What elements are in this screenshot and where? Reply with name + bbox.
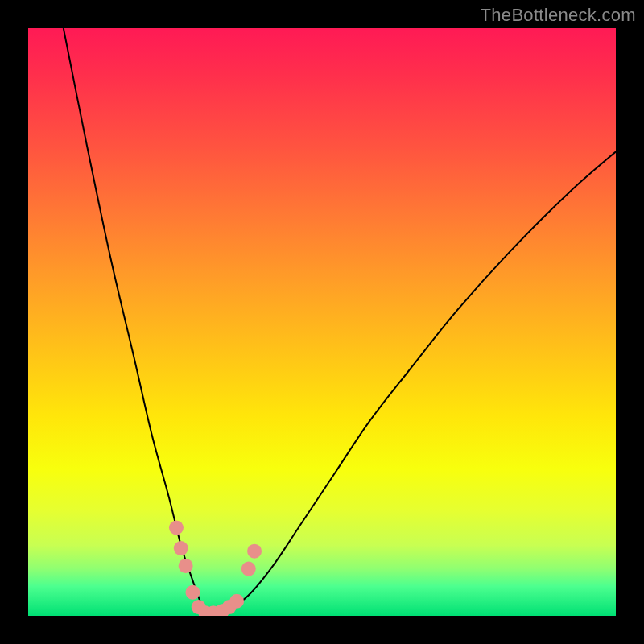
- chart-frame: TheBottleneck.com: [0, 0, 644, 644]
- curve-marker: [169, 521, 184, 535]
- curve-markers: [169, 521, 262, 617]
- chart-svg: [28, 28, 616, 616]
- curve-marker: [185, 585, 200, 600]
- curve-marker: [179, 559, 193, 573]
- curve-marker: [174, 541, 188, 555]
- plot-area: [28, 28, 616, 616]
- curve-marker: [229, 594, 244, 609]
- curve-marker: [242, 562, 256, 576]
- bottleneck-curve: [64, 28, 616, 615]
- watermark-text: TheBottleneck.com: [481, 5, 636, 26]
- curve-marker: [247, 544, 262, 559]
